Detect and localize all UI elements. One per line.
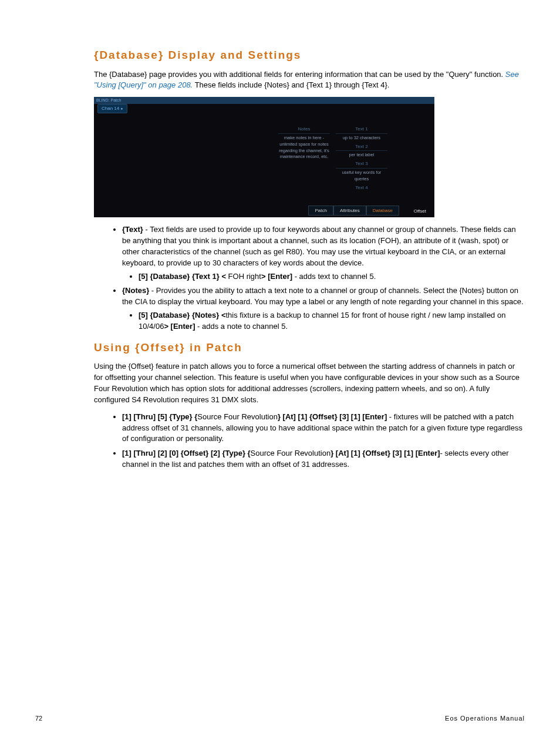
notes-desc: - Provides you the ability to attach a t… (122, 286, 524, 306)
heading-database: {Database} Display and Settings (94, 47, 525, 63)
text-bullet: {Text} - Text fields are used to provide… (122, 224, 525, 282)
text1-header: Text 1 (336, 125, 387, 133)
off2-cmd2: } [At] [1] {Offset} [3] [1] [Enter] (330, 449, 440, 457)
off2-val: Source Four Revolution (251, 449, 331, 457)
text2-header: Text 2 (336, 143, 387, 151)
offset-bullet-list: [1] [Thru] [5] {Type} {Source Four Revol… (94, 412, 525, 470)
off1-val: Source Four Revolution (197, 412, 278, 421)
text-key: {Text} (122, 225, 143, 234)
attributes-tab[interactable]: Attributes (333, 206, 366, 216)
text-ex-desc: - adds text to channel 5. (292, 272, 376, 281)
offset-example-2: [1] [Thru] [2] [0] {Offset} [2] {Type} {… (122, 448, 525, 470)
text-ex-cmd2: > [Enter] (261, 272, 292, 281)
offset-example-1: [1] [Thru] [5] {Type} {Source Four Revol… (122, 412, 525, 445)
notes-header: Notes (278, 125, 330, 133)
patch-tab[interactable]: Patch (308, 206, 333, 216)
manual-title: Eos Operations Manual (445, 714, 525, 724)
off1-cmd1: [1] [Thru] [5] {Type} { (122, 412, 197, 421)
notes-bullet: {Notes} - Provides you the ability to at… (122, 285, 525, 332)
notes-ex-cmd1: [5] {Database} {Notes} < (139, 311, 225, 319)
intro-text-b: These fields include {Notes} and {Text 1… (195, 80, 390, 89)
channel-chip: Chan 14 ⬥ (97, 104, 127, 113)
off2-cmd1: [1] [Thru] [2] [0] {Offset} [2] {Type} { (122, 449, 251, 457)
notes-example: [5] {Database} {Notes} <this fixture is … (139, 310, 525, 332)
database-bullet-list: {Text} - Text fields are used to provide… (94, 224, 525, 332)
text-example: [5] {Database} {Text 1} < FOH right> [En… (139, 271, 525, 282)
text1-cell: up to 32 characters (336, 133, 387, 143)
notes-key: {Notes} (122, 286, 149, 295)
notes-ex-desc: - adds a note to channel 5. (195, 322, 288, 331)
intro-paragraph: The {Database} page provides you with ad… (94, 69, 525, 92)
heading-offset: Using {Offset} in Patch (94, 339, 525, 356)
off1-cmd2: } [At] [1] {Offset} [3] [1] [Enter] (278, 412, 387, 421)
screenshot-titlebar: BLIND: Patch (94, 97, 434, 104)
text2-cell: per text label (336, 150, 387, 160)
notes-ex-cmd2: > [Enter] (164, 322, 195, 331)
page-number: 72 (35, 714, 42, 724)
notes-cell: make notes in here - unlimited space for… (278, 133, 330, 162)
text-column: Text 1 up to 32 characters Text 2 per te… (336, 125, 387, 191)
text-desc: - Text fields are used to provide up to … (122, 225, 516, 267)
offset-paragraph: Using the {Offset} feature in patch allo… (94, 361, 525, 405)
intro-text-a: The {Database} page provides you with ad… (94, 70, 505, 79)
notes-column: Notes make notes in here - unlimited spa… (278, 125, 330, 161)
text3-header: Text 3 (336, 160, 387, 168)
database-tab[interactable]: Database (366, 206, 399, 216)
text-ex-val: FOH right (228, 272, 261, 281)
page-footer: 72 Eos Operations Manual (35, 714, 525, 724)
cia-screenshot: BLIND: Patch Chan 14 ⬥ Notes make notes … (94, 97, 434, 217)
screenshot-tabs: Patch Attributes Database (308, 206, 399, 216)
text3-cell: useful key words for queries (336, 168, 387, 184)
text-ex-cmd1: [5] {Database} {Text 1} < (139, 272, 228, 281)
offset-tab[interactable]: Offset (409, 207, 431, 216)
text4-header: Text 4 (336, 184, 387, 192)
